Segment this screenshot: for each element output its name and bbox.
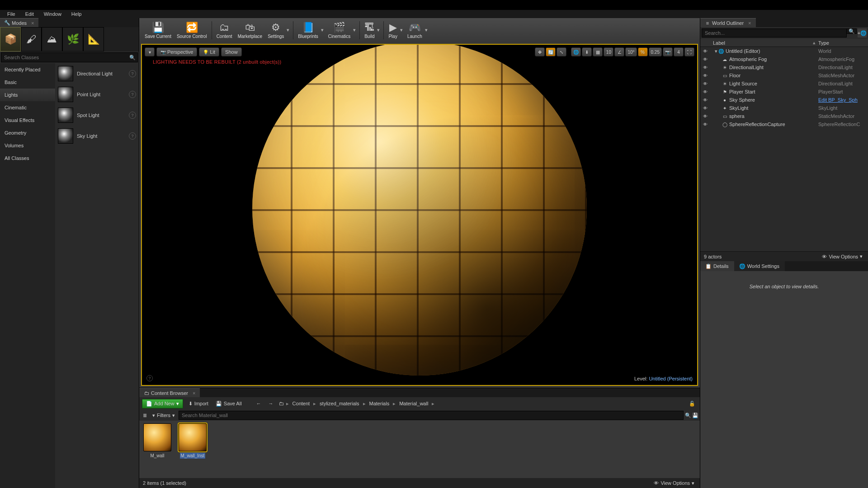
save-all-button[interactable]: 💾 Save All	[214, 399, 244, 408]
outliner-row[interactable]: 👁▭FloorStaticMeshActor	[700, 71, 868, 80]
search-icon[interactable]: 🔍	[127, 53, 137, 62]
coord-space[interactable]: 🌐	[571, 47, 581, 56]
search-icon[interactable]: 🔍	[685, 413, 691, 418]
chevron-down-icon[interactable]: ▾	[287, 27, 291, 33]
nav-fwd[interactable]: →	[267, 399, 275, 408]
cinematics-button[interactable]: 🎬Cinematics	[326, 19, 353, 42]
outliner-row[interactable]: 👁●Sky SphereEdit BP_Sky_Sph	[700, 96, 868, 104]
breadcrumb-item[interactable]: Material_wall	[397, 400, 430, 407]
blueprints-button[interactable]: 📘Blueprints	[295, 19, 321, 42]
visibility-icon[interactable]: 👁	[702, 65, 708, 70]
save-button[interactable]: 💾Save Current	[142, 19, 174, 42]
save-search-icon[interactable]: 💾	[693, 413, 698, 418]
level-name[interactable]: Untitled (Persistent)	[649, 376, 693, 381]
help-icon[interactable]: ?	[129, 91, 136, 98]
close-icon[interactable]: ×	[31, 20, 34, 26]
menu-window[interactable]: Window	[39, 10, 66, 18]
visibility-icon[interactable]: 👁	[702, 114, 708, 119]
chevron-down-icon[interactable]: ▾	[377, 27, 382, 33]
maximize-viewport[interactable]: ⛶	[684, 47, 694, 56]
visibility-icon[interactable]: 👁	[702, 106, 708, 111]
light-item[interactable]: Sky Light?	[55, 126, 139, 146]
breadcrumb-item[interactable]: Content	[291, 400, 312, 407]
col-label[interactable]: Label	[700, 40, 813, 46]
outliner-row[interactable]: 👁☀Light SourceDirectionalLight	[700, 80, 868, 88]
perspective-button[interactable]: 📷 Perspective	[156, 47, 197, 56]
nav-back[interactable]: ←	[255, 399, 263, 408]
content-search-input[interactable]	[179, 411, 684, 420]
details-tab[interactable]: 📋Details	[700, 261, 734, 271]
outliner-row[interactable]: 👁⚑Player StartPlayerStart	[700, 88, 868, 96]
chevron-down-icon[interactable]: ▾	[321, 27, 326, 33]
world-outliner-tab[interactable]: ≡ World Outliner ×	[700, 18, 756, 27]
asset-item[interactable]: M_wall_Inst	[177, 423, 208, 475]
category-item[interactable]: Visual Effects	[0, 114, 55, 127]
outliner-row[interactable]: 👁☁Atmospheric FogAtmosphericFog	[700, 55, 868, 63]
mode-foliage[interactable]: 🌿	[62, 27, 83, 52]
add-new-button[interactable]: 📄 Add New ▾	[142, 399, 183, 408]
visibility-icon[interactable]: 👁	[702, 89, 708, 94]
viewport-options[interactable]: ▾	[145, 47, 155, 56]
outliner-row[interactable]: 👁☀DirectionalLightDirectionalLight	[700, 63, 868, 71]
transform-rotate[interactable]: 🔄	[546, 47, 556, 56]
visibility-icon[interactable]: 👁	[702, 122, 708, 127]
grid-snap-value[interactable]: 10	[604, 47, 613, 56]
help-icon[interactable]: ?	[129, 112, 136, 119]
visibility-icon[interactable]: 👁	[702, 98, 708, 103]
menu-edit[interactable]: Edit	[21, 10, 38, 18]
help-icon[interactable]: ?	[146, 375, 153, 381]
light-item[interactable]: Point Light?	[55, 84, 139, 105]
scale-snap[interactable]: %	[638, 47, 648, 56]
asset-item[interactable]: M_wall	[142, 423, 173, 475]
transform-scale[interactable]: ⤡	[557, 47, 566, 56]
view-options-button[interactable]: 👁 View Options ▾	[652, 479, 696, 488]
outliner-row[interactable]: 👁◯SphereReflectionCaptureSphereReflectio…	[700, 120, 868, 128]
marketplace-button[interactable]: 🛍Marketplace	[235, 19, 265, 42]
play-button[interactable]: ▶Play	[386, 19, 400, 42]
visibility-icon[interactable]: 👁	[702, 81, 708, 86]
menu-help[interactable]: Help	[67, 10, 86, 18]
category-item[interactable]: Cinematic	[0, 101, 55, 114]
category-item[interactable]: Lights	[0, 89, 55, 101]
mode-landscape[interactable]: ⛰	[42, 27, 62, 52]
angle-snap[interactable]: ∠	[614, 47, 624, 56]
view-options-button[interactable]: 👁 View Options ▾	[820, 252, 864, 261]
world-settings-tab[interactable]: 🌐World Settings	[734, 261, 785, 271]
chevron-down-icon[interactable]: ▾	[353, 27, 358, 33]
chevron-down-icon[interactable]: ▾	[400, 27, 405, 33]
visibility-icon[interactable]: 👁	[702, 57, 708, 62]
lock-icon[interactable]: 🔓	[687, 399, 697, 408]
build-button[interactable]: 🏗Build	[362, 19, 377, 42]
outliner-row[interactable]: 👁✦SkyLightSkyLight	[700, 104, 868, 112]
grid-snap[interactable]: ▦	[593, 47, 603, 56]
outliner-search-input[interactable]	[702, 28, 847, 38]
actor-type[interactable]: Edit BP_Sky_Sph	[818, 97, 868, 103]
category-item[interactable]: Volumes	[0, 139, 55, 152]
outliner-row[interactable]: 👁▾🌐Untitled (Editor)World	[700, 47, 868, 55]
filters-button[interactable]: ▾ Filters ▾	[151, 411, 177, 420]
breadcrumb-item[interactable]: stylized_materials	[318, 400, 361, 407]
help-icon[interactable]: ?	[129, 132, 136, 140]
add-actor-button[interactable]: +🌐	[858, 28, 867, 38]
import-button[interactable]: ⬇ Import	[187, 399, 210, 408]
launch-button[interactable]: 🎮Launch	[405, 19, 425, 42]
menu-file[interactable]: File	[3, 10, 20, 18]
show-button[interactable]: Show	[221, 47, 242, 56]
category-item[interactable]: All Classes	[0, 152, 55, 164]
surface-snap[interactable]: ⬇	[582, 47, 592, 56]
camera-speed[interactable]: 📷	[663, 47, 673, 56]
scale-snap-value[interactable]: 0.25	[649, 47, 662, 56]
close-icon[interactable]: ×	[193, 390, 195, 396]
expand-icon[interactable]: ▾	[715, 48, 717, 54]
mode-paint[interactable]: 🖌	[21, 27, 42, 52]
outliner-row[interactable]: 👁▭spheraStaticMeshActor	[700, 112, 868, 120]
category-item[interactable]: Geometry	[0, 127, 55, 139]
angle-snap-value[interactable]: 10°	[625, 47, 637, 56]
visibility-icon[interactable]: 👁	[702, 73, 708, 78]
category-item[interactable]: Recently Placed	[0, 63, 55, 76]
help-icon[interactable]: ?	[129, 70, 136, 77]
content-browser-tab[interactable]: 🗀 Content Browser ×	[139, 388, 200, 397]
breadcrumb-item[interactable]: Materials	[368, 400, 392, 407]
light-item[interactable]: Spot Light?	[55, 105, 139, 126]
col-type[interactable]: Type	[818, 40, 868, 46]
